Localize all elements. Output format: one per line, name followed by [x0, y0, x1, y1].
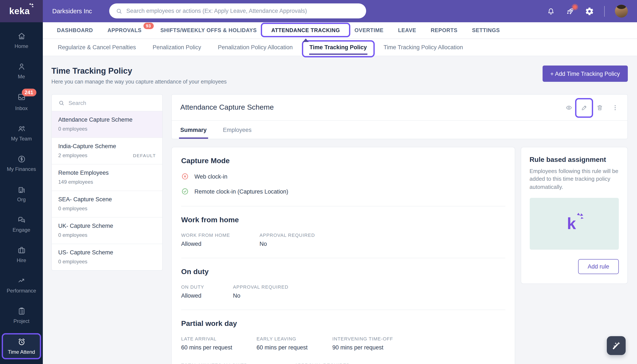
- settings-gear-icon[interactable]: [585, 7, 594, 16]
- keka-spark-icon: [29, 3, 34, 8]
- sidebar-item-label: Org: [17, 196, 26, 202]
- sidebar-item-label: Performance: [7, 288, 36, 294]
- field-value: Allowed: [181, 292, 233, 299]
- keka-logo[interactable]: keka: [0, 0, 43, 22]
- sidebar-item-hire[interactable]: Hire: [2, 242, 41, 267]
- more-options-kebab-icon[interactable]: [611, 104, 618, 111]
- subtab-label: Time Tracking Policy: [310, 44, 367, 50]
- subtab-regularize-cancel-penalties[interactable]: Regularize & Cancel Penalties: [52, 38, 142, 56]
- policy-employee-count: 0 employees: [58, 126, 87, 132]
- tab-summary[interactable]: Summary: [180, 121, 206, 139]
- org-icon: [17, 185, 26, 194]
- policy-employee-count: 0 employees: [58, 206, 87, 212]
- edit-pencil-icon[interactable]: [580, 104, 588, 111]
- rule-placeholder-image: k: [530, 198, 618, 250]
- sidebar-item-time-attend[interactable]: Time Attend: [2, 333, 41, 359]
- sidebar-item-performance[interactable]: Performance: [2, 272, 41, 298]
- subtab-label: Time Tracking Policy Allocation: [384, 44, 463, 50]
- field-label: APPROVAL REQUIRED: [295, 363, 505, 364]
- sidebar-item-inbox[interactable]: 241 Inbox: [2, 89, 41, 115]
- enabled-check-icon: [181, 188, 189, 195]
- sidebar-item-label: Project: [14, 318, 30, 324]
- policy-name: Remote Employees: [58, 170, 156, 176]
- policy-name: UK- Capture Scheme: [58, 223, 156, 229]
- rule-panel-description: Employees following this rule will be ad…: [530, 168, 618, 191]
- subtab-penalization-policy-allocation[interactable]: Penalization Policy Allocation: [211, 38, 299, 56]
- sidebar-item-my-finances[interactable]: My Finances: [2, 151, 41, 176]
- rule-panel-title: Rule based assignment: [530, 156, 618, 164]
- field-value: 60 mins per request: [181, 344, 256, 351]
- list-item-attendance-capture-scheme[interactable]: Attendance Capture Scheme 0 employees: [52, 111, 162, 138]
- list-item-india-capture-scheme[interactable]: India-Capture Scheme 2 employeesDEFAULT: [52, 138, 162, 164]
- list-item-remote-employees[interactable]: Remote Employees 149 employees: [52, 164, 162, 191]
- tab-settings[interactable]: SETTINGS: [465, 22, 507, 38]
- tab-label: SETTINGS: [472, 28, 500, 34]
- field-label: LATE ARRIVAL: [181, 336, 256, 341]
- magic-wand-fab-button[interactable]: [606, 336, 626, 355]
- sidebar-item-org[interactable]: Org: [2, 181, 41, 206]
- subtab-label: Penalization Policy Allocation: [218, 44, 293, 50]
- avatar[interactable]: [615, 5, 628, 18]
- subtab-label: Penalization Policy: [153, 44, 201, 50]
- policy-search[interactable]: [52, 95, 162, 111]
- page-title: Time Tracking Policy: [52, 66, 227, 76]
- capture-mode-section: Capture Mode Web clock-in Remote clock-i…: [181, 147, 505, 206]
- finances-icon: [17, 154, 26, 164]
- policy-name: Attendance Capture Scheme: [58, 116, 156, 123]
- attendance-sub-nav: Regularize & Cancel Penalties Penalizati…: [43, 38, 637, 56]
- tab-reports[interactable]: REPORTS: [423, 22, 465, 38]
- tab-label: OVERTIME: [354, 28, 384, 34]
- list-item-us-capture-scheme[interactable]: US- Capture Scheme 0 employees: [52, 244, 162, 270]
- subtab-penalization-policy[interactable]: Penalization Policy: [146, 38, 208, 56]
- subtab-time-tracking-policy[interactable]: Time Tracking Policy: [303, 38, 373, 56]
- list-item-sea-capture-scene[interactable]: SEA- Capture Scene 0 employees: [52, 191, 162, 218]
- delete-trash-icon[interactable]: [596, 104, 603, 111]
- tab-overtime[interactable]: OVERTIME: [347, 22, 391, 38]
- tab-leave[interactable]: LEAVE: [391, 22, 424, 38]
- notifications-bell-icon[interactable]: [546, 7, 555, 16]
- sidebar-item-home[interactable]: Home: [2, 28, 41, 53]
- whats-new-rocket-icon[interactable]: [566, 7, 574, 16]
- add-rule-button[interactable]: Add rule: [578, 259, 618, 274]
- field-value: 60 mins per request: [256, 344, 332, 351]
- policy-search-input[interactable]: [68, 100, 156, 106]
- tab-dashboard[interactable]: DASHBOARD: [50, 22, 100, 38]
- sidebar-item-label: Me: [18, 74, 25, 80]
- policy-list-panel: Attendance Capture Scheme 0 employees In…: [52, 94, 163, 271]
- active-tab-underline: [309, 53, 367, 55]
- sidebar-item-label: Hire: [17, 257, 26, 263]
- capture-option-remote-clock-in: Remote clock-in (Captures Location): [181, 188, 505, 195]
- section-title: Partial work day: [181, 320, 505, 328]
- policy-employee-count: 2 employees: [58, 152, 87, 158]
- magic-wand-icon: [611, 340, 621, 351]
- tab-employees[interactable]: Employees: [223, 121, 252, 139]
- engage-icon: [17, 216, 26, 224]
- home-icon: [17, 32, 26, 41]
- capture-option-label: Web clock-in: [194, 173, 228, 180]
- page-content: Time Tracking Policy Here you can manage…: [43, 56, 637, 364]
- global-search-input[interactable]: [126, 8, 360, 14]
- company-name: Darksiders Inc: [52, 8, 92, 14]
- field-label: ON DUTY: [181, 284, 233, 290]
- sidebar-item-me[interactable]: Me: [2, 58, 41, 84]
- subtab-time-tracking-policy-allocation[interactable]: Time Tracking Policy Allocation: [377, 38, 469, 56]
- policy-employee-count: 149 employees: [58, 179, 93, 185]
- policy-employee-count: 0 employees: [58, 259, 87, 265]
- view-eye-icon[interactable]: [565, 104, 572, 111]
- search-icon: [116, 8, 122, 14]
- tab-attendance-tracking[interactable]: ATTENDANCE TRACKING: [264, 22, 347, 38]
- add-time-tracking-policy-button[interactable]: + Add Time Tracking Policy: [542, 66, 628, 82]
- sidebar-item-my-team[interactable]: My Team: [2, 120, 41, 146]
- policy-name: US- Capture Scheme: [58, 249, 156, 256]
- tab-label: Employees: [223, 126, 252, 133]
- performance-icon: [17, 276, 26, 285]
- list-item-uk-capture-scheme[interactable]: UK- Capture Scheme 0 employees: [52, 218, 162, 244]
- field-value: No: [260, 241, 505, 247]
- page-header: Time Tracking Policy Here you can manage…: [52, 64, 628, 85]
- global-search[interactable]: [109, 4, 366, 18]
- tab-label: APPROVALS: [108, 28, 142, 34]
- sidebar-item-engage[interactable]: Engage: [2, 212, 41, 237]
- tab-shifts-weekly-offs-holidays[interactable]: SHIFTS/WEEKLY OFFS & HOLIDAYS: [153, 22, 264, 38]
- tab-approvals[interactable]: APPROVALS93: [100, 22, 153, 38]
- sidebar-item-project[interactable]: Project: [2, 303, 41, 328]
